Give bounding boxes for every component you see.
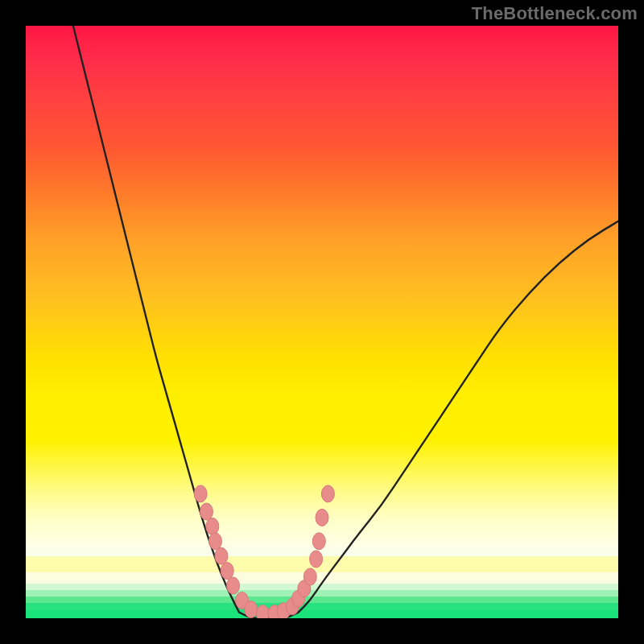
chart-container: TheBottleneck.com xyxy=(0,0,644,644)
marker-dot xyxy=(209,533,222,550)
marker-dot xyxy=(310,551,323,568)
marker-dot xyxy=(316,509,328,526)
marker-dot xyxy=(321,485,334,502)
marker-dot xyxy=(221,563,233,580)
bottleneck-curve xyxy=(73,26,618,618)
marker-dot xyxy=(206,518,219,535)
marker-dot xyxy=(312,533,325,550)
chart-svg xyxy=(26,26,618,618)
marker-dot xyxy=(200,503,213,520)
marker-dot xyxy=(215,547,228,564)
marker-dots xyxy=(194,485,334,618)
watermark-text: TheBottleneck.com xyxy=(472,3,638,24)
marker-dot xyxy=(245,601,258,618)
plot-area xyxy=(26,26,618,618)
marker-dot xyxy=(194,485,207,502)
marker-dot xyxy=(303,568,316,585)
marker-dot xyxy=(227,577,240,594)
marker-dot xyxy=(256,605,269,618)
